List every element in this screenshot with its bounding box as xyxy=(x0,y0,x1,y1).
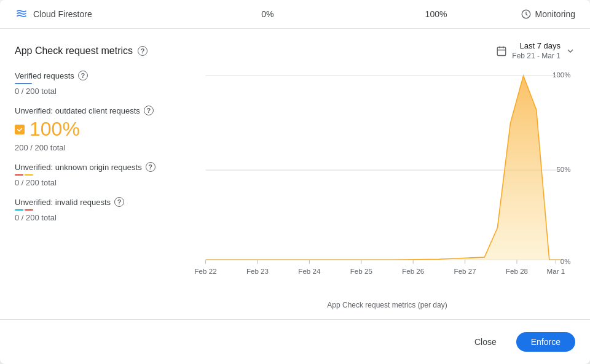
chart-x-label: App Check request metrics (per day) xyxy=(199,301,575,309)
chevron-down-icon xyxy=(565,46,575,56)
x-label-feb27: Feb 27 xyxy=(454,267,476,275)
unknown-help-icon[interactable]: ? xyxy=(146,162,155,172)
close-button[interactable]: Close xyxy=(462,332,509,352)
content-area: Verified requests ? 0 / 200 total Unveri… xyxy=(15,71,575,309)
date-range-sub: Feb 21 - Mar 1 xyxy=(512,52,560,61)
service-label: Cloud Firestore xyxy=(33,9,92,19)
unverified-unknown-label: Unverified: unknown origin requests ? xyxy=(15,162,189,172)
main-content: App Check request metrics ? Last 7 days … xyxy=(0,29,590,319)
footer: Close Enforce xyxy=(0,325,590,364)
section-title: App Check request metrics xyxy=(15,45,133,56)
pct-high: 100% xyxy=(352,9,520,19)
y-label-50: 50% xyxy=(556,166,570,174)
firestore-icon xyxy=(15,7,28,21)
unknown-line-1 xyxy=(15,174,23,176)
svg-rect-1 xyxy=(498,47,506,56)
invalid-help-icon[interactable]: ? xyxy=(114,197,124,207)
outdated-big-value: 100% xyxy=(15,118,189,141)
x-label-feb25: Feb 25 xyxy=(350,267,372,275)
invalid-line-2 xyxy=(25,209,33,211)
clock-icon xyxy=(521,9,532,20)
outdated-help-icon[interactable]: ? xyxy=(144,106,154,115)
chart-area: 100% 50% 0% xyxy=(199,71,575,309)
verified-line xyxy=(15,83,32,84)
pct-low: 0% xyxy=(183,9,352,19)
date-range-picker[interactable]: Last 7 days Feb 21 - Mar 1 xyxy=(496,41,575,61)
unverified-outdated-label: Unverified: outdated client requests ? xyxy=(15,106,189,115)
metrics-panel: Verified requests ? 0 / 200 total Unveri… xyxy=(15,71,199,309)
unknown-line-indicator xyxy=(15,174,189,176)
x-label-feb22: Feb 22 xyxy=(195,267,217,275)
x-label-feb24: Feb 24 xyxy=(298,267,321,275)
service-info: Cloud Firestore xyxy=(15,7,183,21)
chart-svg: 100% 50% 0% xyxy=(199,71,575,267)
metric-unverified-invalid: Unverified: invalid requests ? 0 / 200 t… xyxy=(15,197,189,222)
checkbox-orange xyxy=(15,125,25,134)
x-label-mar1: Mar 1 xyxy=(547,267,565,275)
dialog: Cloud Firestore 0% 100% Monitoring App C… xyxy=(0,0,590,364)
chart-area-fill xyxy=(206,76,561,260)
y-label-100: 100% xyxy=(553,71,571,79)
metric-verified-label: Verified requests ? xyxy=(15,71,189,80)
top-bar: Cloud Firestore 0% 100% Monitoring xyxy=(0,0,590,29)
metric-unverified-outdated: Unverified: outdated client requests ? 1… xyxy=(15,106,189,152)
y-label-0: 0% xyxy=(560,257,571,265)
metric-verified: Verified requests ? 0 / 200 total xyxy=(15,71,189,96)
verified-help-icon[interactable]: ? xyxy=(78,71,88,80)
metric-unverified-unknown: Unverified: unknown origin requests ? 0 … xyxy=(15,162,189,187)
invalid-value: 0 / 200 total xyxy=(15,213,189,222)
invalid-line-indicator xyxy=(15,209,189,211)
outdated-pct: 100% xyxy=(30,118,80,141)
chart-svg-container: 100% 50% 0% xyxy=(199,71,575,298)
x-label-feb26: Feb 26 xyxy=(402,267,424,275)
enforce-button[interactable]: Enforce xyxy=(516,332,575,352)
unverified-invalid-label: Unverified: invalid requests ? xyxy=(15,197,189,207)
unknown-line-2 xyxy=(25,174,33,176)
outdated-value: 200 / 200 total xyxy=(15,143,189,152)
x-label-feb28: Feb 28 xyxy=(506,267,528,275)
date-range-text: Last 7 days Feb 21 - Mar 1 xyxy=(512,41,560,61)
x-label-feb23: Feb 23 xyxy=(246,267,269,275)
check-icon xyxy=(17,126,23,133)
invalid-line-1 xyxy=(15,209,23,211)
unknown-value: 0 / 200 total xyxy=(15,178,189,187)
section-title-group: App Check request metrics ? xyxy=(15,45,148,56)
footer-divider xyxy=(0,319,590,320)
help-icon[interactable]: ? xyxy=(138,46,148,56)
section-header: App Check request metrics ? Last 7 days … xyxy=(15,41,575,61)
verified-line-indicator xyxy=(15,83,189,84)
monitoring-label: Monitoring xyxy=(535,9,575,19)
calendar-icon xyxy=(496,45,507,56)
verified-value: 0 / 200 total xyxy=(15,87,189,96)
monitoring-button[interactable]: Monitoring xyxy=(521,9,575,20)
date-range-title: Last 7 days xyxy=(520,41,561,52)
